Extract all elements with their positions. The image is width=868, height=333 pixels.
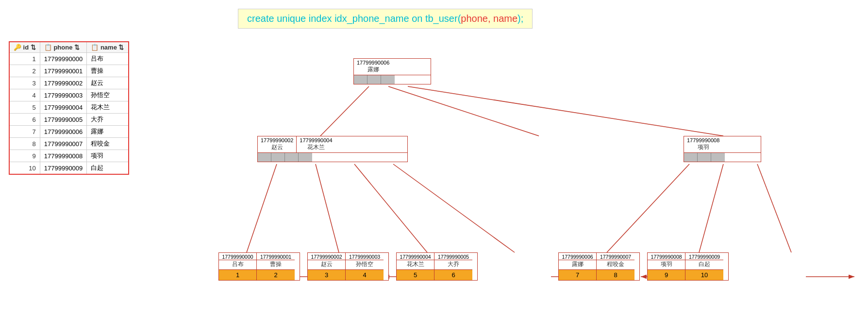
cell-phone: 17799990004 <box>40 101 87 114</box>
root-name: 露娜 <box>357 66 389 74</box>
leaf-node-2: 17799990004 花木兰 5 17799990005 大乔 6 <box>396 252 478 281</box>
root-phone: 17799990006 <box>357 60 389 66</box>
svg-line-7 <box>607 164 689 252</box>
svg-line-4 <box>316 164 339 252</box>
table-row: 5 17799990004 花木兰 <box>9 101 129 114</box>
svg-line-1 <box>388 86 539 136</box>
svg-line-3 <box>247 164 277 252</box>
table-row: 3 17799990002 赵云 <box>9 77 129 89</box>
database-table: 🔑 id ⇅ 📋 phone ⇅ 📋 name ⇅ 1 17799990000 … <box>9 41 129 175</box>
cell-id: 4 <box>9 89 40 101</box>
cell-phone: 17799990007 <box>40 138 87 150</box>
cell-name: 吕布 <box>87 53 129 65</box>
root-node: 17799990006 露娜 <box>353 58 431 84</box>
svg-line-9 <box>757 164 791 252</box>
svg-line-6 <box>393 164 515 252</box>
col-id: 🔑 id ⇅ <box>9 42 40 53</box>
cell-name: 赵云 <box>87 77 129 89</box>
cell-name: 孙悟空 <box>87 89 129 101</box>
cell-name: 花木兰 <box>87 101 129 114</box>
cell-phone: 17799990008 <box>40 150 87 162</box>
leaf-node-3: 17799990006 露娜 7 17799990007 程咬金 8 <box>558 252 640 281</box>
internal-left-phone2: 17799990004 <box>300 137 332 143</box>
sql-statement: create unique index idx_phone_name on tb… <box>238 9 533 29</box>
cell-id: 3 <box>9 77 40 89</box>
cell-id: 1 <box>9 53 40 65</box>
cell-phone: 17799990005 <box>40 114 87 126</box>
cell-id: 5 <box>9 101 40 114</box>
btree-diagram: 17799990006 露娜 17799990002 赵云 1779999000… <box>218 29 859 330</box>
cell-id: 10 <box>9 162 40 175</box>
table-row: 4 17799990003 孙悟空 <box>9 89 129 101</box>
cell-name: 露娜 <box>87 126 129 138</box>
internal-node-left: 17799990002 赵云 17799990004 花木兰 <box>257 136 408 162</box>
cell-phone: 17799990001 <box>40 65 87 77</box>
cell-id: 2 <box>9 65 40 77</box>
cell-id: 6 <box>9 114 40 126</box>
cell-id: 9 <box>9 150 40 162</box>
internal-left-phone1: 17799990002 <box>261 137 293 143</box>
cell-phone: 17799990002 <box>40 77 87 89</box>
cell-phone: 17799990006 <box>40 126 87 138</box>
cell-name: 大乔 <box>87 114 129 126</box>
internal-node-right: 17799990008 项羽 <box>684 136 761 162</box>
table-row: 8 17799990007 程咬金 <box>9 138 129 150</box>
svg-line-2 <box>408 86 723 136</box>
svg-line-0 <box>320 86 369 136</box>
cell-phone: 17799990000 <box>40 53 87 65</box>
table-row: 6 17799990005 大乔 <box>9 114 129 126</box>
internal-right-phone: 17799990008 <box>687 137 719 143</box>
svg-line-5 <box>354 164 427 252</box>
cell-id: 7 <box>9 126 40 138</box>
svg-line-8 <box>699 164 723 252</box>
leaf-node-4: 17799990008 项羽 9 17799990009 白起 10 <box>647 252 729 281</box>
leaf-node-0: 17799990000 吕布 1 17799990001 曹操 2 <box>218 252 300 281</box>
cell-name: 白起 <box>87 162 129 175</box>
table-row: 9 17799990008 项羽 <box>9 150 129 162</box>
sql-suffix: ); <box>517 13 523 24</box>
col-phone: 📋 phone ⇅ <box>40 42 87 53</box>
internal-right-name: 项羽 <box>687 143 719 151</box>
col-name: 📋 name ⇅ <box>87 42 129 53</box>
cell-phone: 17799990003 <box>40 89 87 101</box>
tree-connectors <box>218 29 859 330</box>
leaf-node-1: 17799990002 赵云 3 17799990003 孙悟空 4 <box>307 252 389 281</box>
table-row: 7 17799990006 露娜 <box>9 126 129 138</box>
cell-name: 项羽 <box>87 150 129 162</box>
cell-phone: 17799990009 <box>40 162 87 175</box>
cell-id: 8 <box>9 138 40 150</box>
table-row: 1 17799990000 吕布 <box>9 53 129 65</box>
table-row: 10 17799990009 白起 <box>9 162 129 175</box>
cell-name: 曹操 <box>87 65 129 77</box>
sql-highlight: phone, name <box>461 13 517 24</box>
internal-left-name1: 赵云 <box>261 143 293 151</box>
table-row: 2 17799990001 曹操 <box>9 65 129 77</box>
internal-left-name2: 花木兰 <box>300 143 332 151</box>
sql-prefix: create unique index idx_phone_name on tb… <box>247 13 461 24</box>
cell-name: 程咬金 <box>87 138 129 150</box>
